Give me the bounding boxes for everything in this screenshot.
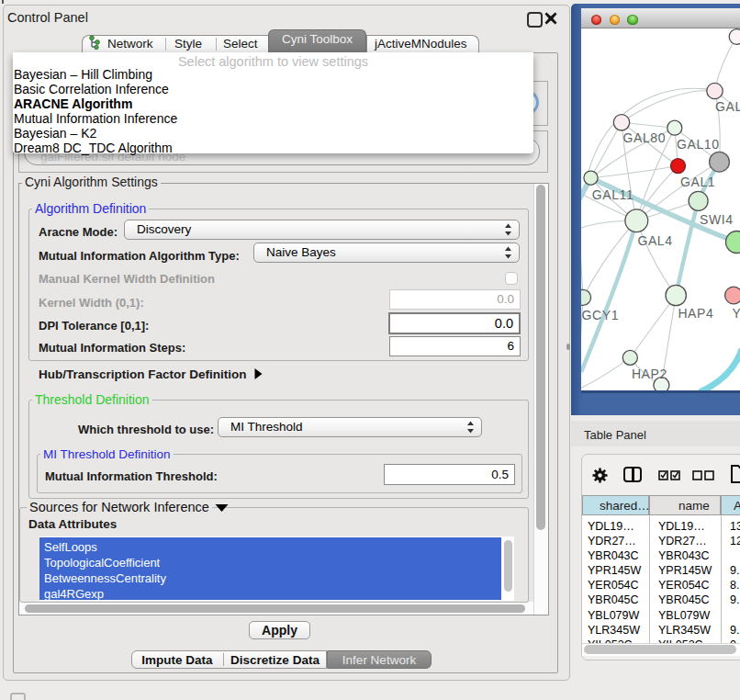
svg-text:HAP4: HAP4 (678, 306, 713, 321)
svg-text:GAL1: GAL1 (680, 175, 715, 189)
svg-text:SWI4: SWI4 (700, 212, 734, 227)
svg-text:GAL4: GAL4 (637, 233, 672, 248)
svg-text:GAL80: GAL80 (623, 130, 667, 145)
svg-text:HAP2: HAP2 (632, 367, 667, 381)
svg-text:GAL11: GAL11 (592, 187, 634, 202)
svg-text:GAL10: GAL10 (677, 137, 720, 152)
svg-text:Y: Y (733, 306, 740, 321)
svg-text:GAL: GAL (715, 99, 740, 114)
svg-text:GCY1: GCY1 (582, 308, 620, 322)
